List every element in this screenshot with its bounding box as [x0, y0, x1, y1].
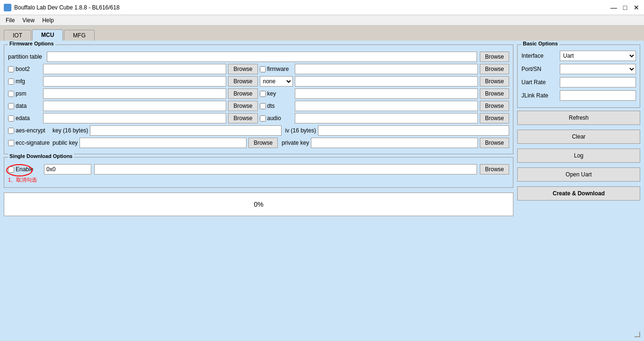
enable-checkbox-label[interactable]: Enable: [8, 166, 41, 173]
open-uart-button[interactable]: Open Uart: [517, 167, 640, 182]
col-mfg-right: none factory Browse: [260, 76, 510, 87]
edata-input[interactable]: [43, 113, 226, 123]
close-button[interactable]: ✕: [633, 4, 640, 11]
dts-input[interactable]: [295, 101, 478, 111]
dts-checkbox[interactable]: [260, 103, 266, 109]
audio-input[interactable]: [295, 113, 478, 123]
edata-checkbox[interactable]: [8, 115, 14, 122]
data-checkbox-label[interactable]: data: [8, 103, 41, 109]
jlink-rate-input[interactable]: 1000: [560, 90, 636, 101]
mfg-right-input[interactable]: [295, 76, 478, 87]
enable-checkbox[interactable]: [8, 166, 14, 173]
interface-row: Interface Uart JLink OpenOCD: [521, 51, 636, 61]
key-input[interactable]: [295, 88, 478, 99]
aes-key-input[interactable]: [90, 125, 281, 136]
col-firmware: firmware Browse: [260, 64, 510, 74]
log-button[interactable]: Log: [517, 149, 640, 163]
psm-input[interactable]: [43, 88, 226, 99]
port-sn-select[interactable]: [560, 64, 636, 74]
mfg-checkbox-label[interactable]: mfg: [8, 78, 41, 85]
progress-value: 0%: [254, 201, 263, 208]
boot2-input[interactable]: [43, 64, 226, 74]
create-download-button[interactable]: Create & Download: [517, 186, 640, 201]
audio-browse[interactable]: Browse: [480, 113, 509, 123]
ecc-private-input[interactable]: [311, 138, 478, 148]
dts-browse[interactable]: Browse: [480, 101, 509, 111]
port-sn-label: Port/SN: [521, 66, 557, 72]
boot2-checkbox[interactable]: [8, 66, 14, 72]
minimize-button[interactable]: —: [610, 4, 618, 11]
right-panel: Basic Options Interface Uart JLink OpenO…: [517, 44, 640, 337]
ecc-checkbox-label[interactable]: ecc-signature: [8, 140, 51, 146]
dts-checkbox-label[interactable]: dts: [260, 103, 293, 109]
partition-table-browse[interactable]: Browse: [480, 52, 509, 62]
mfg-select[interactable]: none factory: [260, 76, 293, 87]
ecc-private-browse[interactable]: Browse: [480, 138, 509, 148]
audio-checkbox[interactable]: [260, 115, 266, 122]
firmware-options-title: Firmware Options: [8, 41, 55, 46]
mfg-right-browse[interactable]: Browse: [480, 76, 509, 87]
aes-checkbox-label[interactable]: aes-encrypt: [8, 127, 51, 134]
key-checkbox-label[interactable]: key: [260, 90, 293, 97]
ecc-public-input[interactable]: [79, 138, 247, 148]
single-download-file-input[interactable]: [94, 164, 477, 175]
window-controls: — □ ✕: [610, 4, 640, 11]
refresh-button[interactable]: Refresh: [517, 111, 640, 125]
aes-checkbox[interactable]: [8, 128, 14, 134]
col-dts: dts Browse: [260, 101, 510, 111]
interface-select[interactable]: Uart JLink OpenOCD: [560, 51, 636, 61]
row-data-dts: data Browse dts Browse: [8, 101, 509, 111]
tab-iot[interactable]: IOT: [4, 30, 31, 41]
edata-browse[interactable]: Browse: [228, 113, 257, 123]
title-bar: Bouffalo Lab Dev Cube 1.8.8 - BL616/618 …: [0, 0, 644, 15]
key-checkbox[interactable]: [260, 91, 266, 97]
title-bar-left: Bouffalo Lab Dev Cube 1.8.8 - BL616/618: [4, 4, 120, 11]
ecc-checkbox[interactable]: [8, 140, 14, 146]
audio-checkbox-label[interactable]: audio: [260, 115, 293, 122]
menu-help[interactable]: Help: [38, 16, 58, 25]
port-sn-row: Port/SN: [521, 64, 636, 74]
maximize-button[interactable]: □: [621, 4, 629, 11]
tab-mcu[interactable]: MCU: [32, 29, 63, 41]
mfg-browse[interactable]: Browse: [228, 76, 257, 87]
uart-rate-input[interactable]: 2000000: [560, 77, 636, 87]
address-input[interactable]: [44, 164, 91, 175]
ecc-private-label: private key: [282, 140, 309, 146]
psm-checkbox[interactable]: [8, 91, 14, 97]
col-key: key Browse: [260, 88, 510, 99]
col-mfg: mfg Browse: [8, 76, 258, 87]
boot2-checkbox-label[interactable]: boot2: [8, 66, 41, 72]
basic-options-section: Basic Options Interface Uart JLink OpenO…: [517, 44, 640, 108]
menu-view[interactable]: View: [18, 16, 38, 25]
menu-bar: File View Help: [0, 15, 644, 26]
data-browse[interactable]: Browse: [228, 101, 257, 111]
row-edata-audio: edata Browse audio Browse: [8, 113, 509, 123]
tab-mfg[interactable]: MFG: [64, 30, 95, 41]
ecc-public-browse[interactable]: Browse: [248, 138, 278, 148]
aes-iv-input[interactable]: [318, 125, 509, 136]
single-download-section: Single Download Options Enable Browse 1、…: [4, 157, 513, 188]
partition-table-input[interactable]: [47, 52, 477, 62]
edata-checkbox-label[interactable]: edata: [8, 115, 41, 122]
data-checkbox[interactable]: [8, 103, 14, 109]
basic-options-title: Basic Options: [521, 41, 559, 46]
firmware-checkbox[interactable]: [260, 66, 266, 72]
partition-table-row: partition table Browse: [8, 52, 509, 62]
window-title: Bouffalo Lab Dev Cube 1.8.8 - BL616/618: [14, 4, 120, 11]
key-browse[interactable]: Browse: [480, 88, 509, 99]
boot2-browse[interactable]: Browse: [228, 64, 257, 74]
firmware-browse[interactable]: Browse: [480, 64, 509, 74]
clear-button[interactable]: Clear: [517, 130, 640, 144]
data-input[interactable]: [43, 101, 226, 111]
main-content: Firmware Options partition table Browse …: [0, 41, 644, 341]
psm-browse[interactable]: Browse: [228, 88, 257, 99]
firmware-options-section: Firmware Options partition table Browse …: [4, 44, 513, 154]
single-download-browse[interactable]: Browse: [480, 164, 509, 175]
mfg-checkbox[interactable]: [8, 79, 14, 85]
firmware-input[interactable]: [295, 64, 478, 74]
firmware-checkbox-label[interactable]: firmware: [260, 66, 293, 72]
psm-checkbox-label[interactable]: psm: [8, 90, 41, 97]
ecc-row: ecc-signature public key Browse private …: [8, 138, 509, 148]
menu-file[interactable]: File: [2, 16, 18, 25]
mfg-input[interactable]: [43, 76, 226, 87]
